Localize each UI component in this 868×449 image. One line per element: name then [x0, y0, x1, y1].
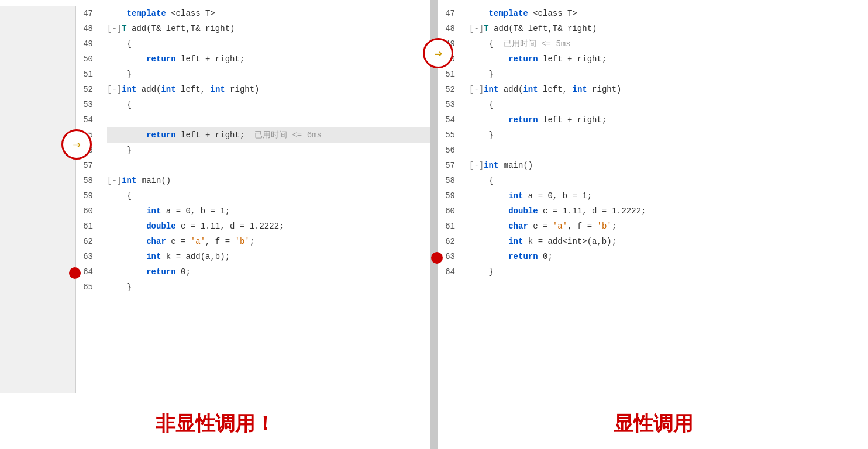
code-line: [469, 143, 868, 158]
code-token: e =: [166, 237, 191, 246]
code-token: [107, 130, 146, 140]
code-token: 'a': [191, 237, 205, 246]
line-number: 65: [76, 279, 98, 295]
code-token: ;: [250, 237, 254, 246]
code-token: c = 1.11, d = 1.2222;: [538, 206, 646, 216]
code-line: }: [469, 264, 868, 279]
code-token: {: [107, 100, 132, 109]
line-number: 63: [76, 249, 98, 264]
left-breakpoint: [69, 267, 81, 279]
code-token: [107, 206, 146, 216]
code-token: left + right;: [538, 115, 607, 125]
code-line: [-]int main(): [469, 158, 868, 173]
code-line: return left + right;: [107, 51, 430, 67]
code-token: }: [107, 282, 132, 292]
code-token: int: [161, 85, 175, 94]
left-arrow-circle: ⇒: [61, 129, 92, 160]
code-token: e =: [528, 222, 553, 231]
line-number: 57: [438, 158, 460, 173]
code-line: int k = add(a,b);: [107, 249, 430, 264]
code-token: a = 0, b = 1;: [523, 191, 592, 201]
code-line: char e = 'a', f = 'b';: [107, 234, 430, 249]
code-line: [107, 112, 430, 127]
code-line: int k = add<int>(a,b);: [469, 234, 868, 249]
code-token: add(: [136, 85, 161, 94]
code-token: double: [146, 222, 175, 231]
code-token: 0;: [176, 267, 191, 277]
code-token: , f =: [205, 237, 235, 246]
left-panel: ⇒ 47484950515253545556575859606162636465…: [0, 0, 430, 449]
line-number: 55: [438, 127, 460, 143]
code-token: right): [225, 85, 260, 94]
code-line: }: [469, 67, 868, 82]
code-token: 0;: [538, 252, 553, 261]
code-token: main(): [498, 161, 533, 170]
line-number: 51: [438, 67, 460, 82]
code-token: T: [122, 24, 132, 33]
code-token: 'a': [553, 222, 567, 231]
code-line: }: [107, 279, 430, 295]
code-token: 'b': [597, 222, 611, 231]
code-token: left,: [538, 85, 573, 94]
line-number: 54: [76, 112, 98, 127]
code-line: double c = 1.11, d = 1.2222;: [107, 219, 430, 234]
code-token: add(: [498, 85, 523, 94]
code-line: {: [107, 97, 430, 112]
code-line: {: [107, 188, 430, 203]
code-token: k = add<int>(a,b);: [523, 237, 616, 246]
code-line: }: [107, 143, 430, 158]
code-token: {: [107, 39, 132, 49]
code-line: [-]int add(int left, int right): [107, 82, 430, 97]
code-token: }: [469, 130, 494, 140]
code-token: <class T>: [533, 9, 577, 18]
line-number: 61: [438, 219, 460, 234]
code-token: {: [469, 100, 494, 109]
code-line: {: [107, 36, 430, 51]
code-token: left + right;: [538, 54, 607, 64]
right-breakpoint: [431, 252, 443, 264]
left-footer-label: 非显性调用！: [156, 413, 275, 434]
code-token: int: [572, 85, 587, 94]
line-number: 51: [76, 67, 98, 82]
code-token: [-]: [469, 24, 484, 33]
code-token: return: [508, 115, 538, 125]
code-line: {: [469, 173, 868, 188]
code-token: left,: [176, 85, 211, 94]
code-token: int: [146, 206, 161, 216]
code-token: main(): [136, 176, 171, 185]
left-arrow-symbol: ⇒: [73, 137, 80, 153]
code-token: [-]: [107, 176, 122, 185]
code-token: right): [587, 85, 622, 94]
left-gutter: [0, 6, 76, 393]
right-panel: ⇒ 474849505152535455565758596061626364 t…: [438, 0, 868, 449]
code-token: [-]: [107, 85, 122, 94]
code-token: return: [508, 252, 538, 261]
code-line: int a = 0, b = 1;: [469, 188, 868, 203]
code-token: char: [508, 222, 528, 231]
line-number: 56: [438, 143, 460, 158]
code-token: [-]: [469, 161, 484, 170]
line-number: 62: [76, 234, 98, 249]
code-token: , f =: [567, 222, 597, 231]
code-token: }: [107, 146, 132, 155]
code-line: int a = 0, b = 1;: [107, 203, 430, 219]
code-token: [107, 252, 146, 261]
code-line: template <class T>: [107, 6, 430, 21]
line-number: 60: [76, 203, 98, 219]
code-token: int: [146, 252, 161, 261]
code-line: return 0;: [107, 264, 430, 279]
code-token: {: [469, 39, 504, 49]
line-number: 62: [438, 234, 460, 249]
line-number: 48: [76, 21, 98, 36]
code-token: {: [107, 191, 132, 201]
code-token: int: [484, 85, 498, 94]
line-number: 53: [438, 97, 460, 112]
code-token: }: [469, 267, 494, 277]
line-number: 47: [438, 6, 460, 21]
code-token: int: [508, 237, 523, 246]
code-token: add: [494, 24, 508, 33]
code-token: return: [508, 54, 538, 64]
line-number: 59: [76, 188, 98, 203]
code-line: double c = 1.11, d = 1.2222;: [469, 203, 868, 219]
code-token: char: [146, 237, 166, 246]
